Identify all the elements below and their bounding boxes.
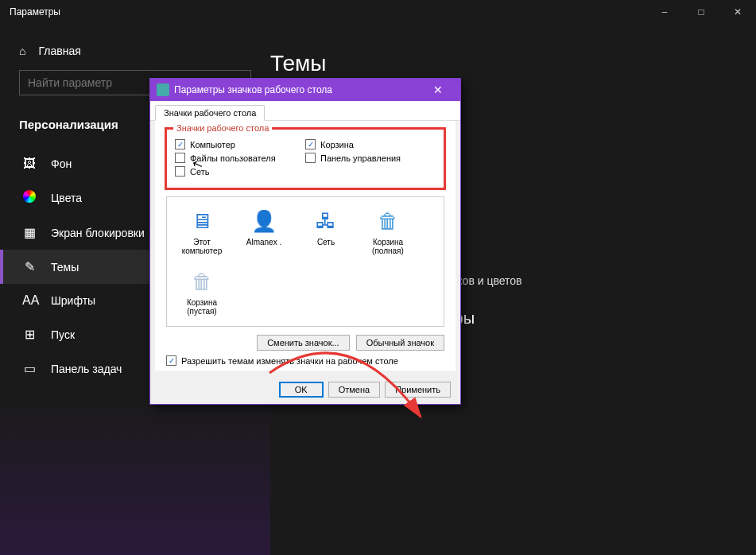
checkbox-group: Значки рабочего стола ✓ Компьютер ↖ Файл… [166, 129, 444, 188]
sidebar-item-label: Темы [51, 261, 79, 274]
dialog-title-text: Параметры значков рабочего стола [174, 84, 332, 95]
icon-this-computer[interactable]: 🖥 Этот компьютер [173, 204, 231, 259]
checkbox-control-panel[interactable]: Панель управления [305, 153, 436, 163]
checkbox-box [175, 166, 185, 177]
checkbox-computer[interactable]: ✓ Компьютер [175, 139, 305, 149]
change-icon-button[interactable]: Сменить значок... [257, 335, 350, 351]
icon-label: Сеть [300, 238, 352, 246]
allow-themes-label: Разрешить темам изменять значки на рабоч… [181, 356, 398, 366]
dialog-icon [157, 83, 169, 96]
group-title: Значки рабочего стола [173, 123, 272, 133]
recycle-empty-icon: 🗑 [188, 268, 215, 295]
default-icon-button[interactable]: Обычный значок [356, 335, 444, 351]
tab-desktop-icons[interactable]: Значки рабочего стола [155, 105, 265, 121]
checkbox-box: ✓ [305, 139, 316, 149]
checkbox-recycle-bin[interactable]: ✓ Корзина [305, 139, 436, 149]
dialog-titlebar: Параметры значков рабочего стола ✕ [150, 79, 460, 101]
sidebar-item-label: Пуск [51, 328, 75, 341]
icon-recycle-empty[interactable]: 🗑 Корзина (пустая) [173, 264, 231, 320]
icon-label: Корзина (полная) [362, 238, 414, 255]
sidebar-item-label: Шрифты [51, 294, 95, 307]
dialog-close-button[interactable]: ✕ [422, 83, 454, 96]
brush-icon: ✎ [22, 259, 37, 274]
recycle-full-icon: 🗑 [374, 208, 401, 235]
maximize-button[interactable]: □ [683, 0, 719, 24]
checkbox-label: Файлы пользователя [190, 153, 276, 163]
image-icon: 🖼 [22, 157, 37, 171]
window-title: Параметры [10, 6, 60, 17]
checkbox-label: Корзина [320, 140, 354, 149]
icon-label: Almanex . [238, 238, 290, 246]
minimize-button[interactable]: – [646, 0, 683, 24]
lock-icon: ▦ [22, 225, 37, 240]
apply-button[interactable]: Применить [385, 382, 451, 398]
icon-preview-pane: 🖥 Этот компьютер 👤 Almanex . 🖧 Сеть 🗑 Ко… [166, 196, 444, 327]
titlebar: Параметры – □ ✕ [0, 0, 756, 24]
user-folder-icon: 👤 [250, 208, 277, 235]
cancel-button[interactable]: Отмена [328, 382, 380, 398]
computer-icon: 🖥 [188, 208, 215, 235]
close-button[interactable]: ✕ [719, 0, 756, 24]
allow-themes-checkbox[interactable]: ✓ Разрешить темам изменять значки на раб… [166, 355, 444, 366]
icon-recycle-full[interactable]: 🗑 Корзина (полная) [359, 204, 417, 259]
checkbox-box [305, 153, 316, 163]
sidebar-item-label: Панель задач [51, 363, 122, 375]
page-title: Темы [270, 51, 756, 76]
sidebar-item-label: Фон [51, 157, 72, 170]
tab-strip: Значки рабочего стола [150, 101, 460, 121]
sidebar-item-label: Цвета [51, 192, 82, 204]
checkbox-box: ✓ [175, 139, 185, 149]
taskbar-icon: ▭ [22, 361, 37, 376]
palette-icon [22, 190, 37, 206]
desktop-icons-dialog: Параметры значков рабочего стола ✕ Значк… [149, 78, 461, 405]
sidebar-item-label: Экран блокировки [51, 227, 145, 239]
checkbox-label: Компьютер [190, 140, 235, 149]
checkbox-box [175, 153, 185, 163]
checkbox-label: Панель управления [320, 153, 401, 163]
start-icon: ⊞ [22, 327, 37, 342]
ok-button[interactable]: OK [279, 382, 324, 398]
home-icon: ⌂ [19, 45, 25, 57]
icon-label: Этот компьютер [176, 238, 228, 255]
window-controls: – □ ✕ [646, 0, 756, 24]
checkbox-box: ✓ [166, 355, 176, 366]
network-icon: 🖧 [312, 208, 339, 235]
home-link[interactable]: ⌂ Главная [0, 40, 270, 70]
font-icon: AA [22, 293, 37, 308]
icon-user-folder[interactable]: 👤 Almanex . [235, 204, 293, 259]
home-label: Главная [38, 45, 80, 57]
icon-label: Корзина (пустая) [176, 298, 228, 316]
icon-network[interactable]: 🖧 Сеть [297, 204, 355, 259]
